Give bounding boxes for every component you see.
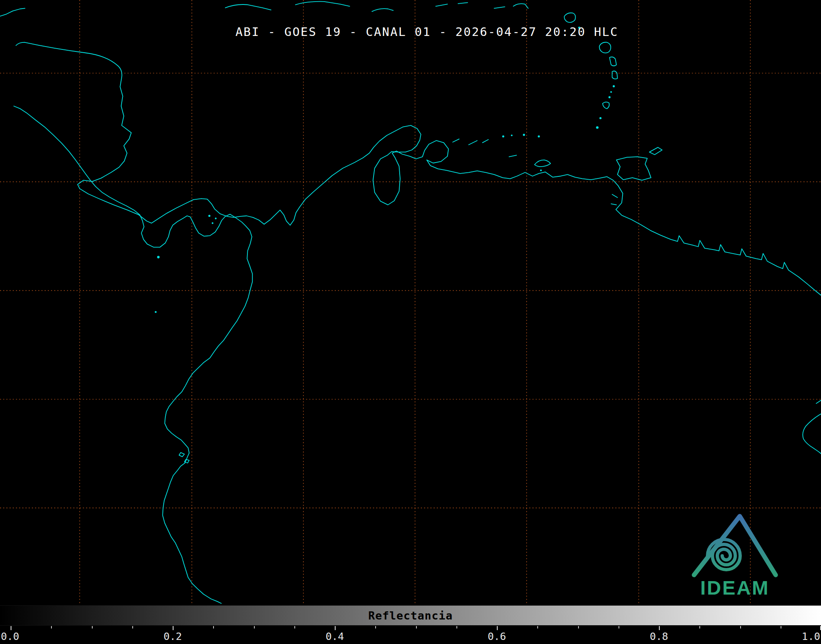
colorbar-tick — [92, 626, 93, 628]
island-curacao — [469, 140, 477, 145]
islets-tumaco — [179, 452, 189, 463]
ideam-logo-icon — [691, 511, 779, 577]
colorbar-gradient: Reflectancia — [0, 605, 821, 626]
colorbar-tick — [537, 626, 538, 628]
island-coiba — [157, 256, 160, 258]
islet-dot — [538, 135, 540, 137]
colorbar-tick — [173, 626, 174, 630]
coastline-top-fragment-3 — [372, 9, 393, 11]
colorbar-tick — [699, 626, 700, 628]
coastline-right-edge-fragment — [803, 400, 821, 454]
colorbar-tick-label: 0.6 — [487, 631, 506, 642]
colorbar-tick — [294, 626, 295, 628]
island-st-vincent — [612, 71, 617, 79]
colorbar-tick — [375, 626, 376, 628]
islet-dot — [523, 134, 525, 136]
coastline-colombia-venezuela-guyana — [264, 125, 821, 295]
coastline-top-fragment-6 — [494, 7, 505, 9]
colorbar-tick — [781, 626, 781, 628]
colorbar-tick-label: 0.4 — [325, 631, 344, 642]
islet-dot — [613, 85, 615, 87]
colorbar-tick-label: 0.2 — [163, 631, 182, 642]
colorbar-tick-label: 0.0 — [1, 631, 19, 642]
orinoco-delta-channels — [611, 194, 618, 205]
island-aruba — [453, 139, 459, 142]
ideam-logo: IDEAM — [691, 511, 779, 598]
islet-dot — [502, 135, 504, 137]
colorbar-tick — [456, 626, 457, 628]
colorbar: Reflectancia 0.00.20.40.60.81.0 — [0, 604, 821, 644]
colorbar-tick-label: 1.0 — [802, 631, 820, 642]
colorbar-tick — [254, 626, 255, 628]
islet-dot — [540, 169, 542, 171]
island-bonaire — [483, 140, 488, 143]
islet-dot — [599, 117, 601, 119]
colorbar-tick — [740, 626, 741, 628]
colorbar-tick — [659, 626, 660, 630]
coastline-central-america-caribbean — [16, 42, 264, 224]
coastline-colombia-ecuador-pacific — [162, 214, 252, 604]
islet-dot — [608, 96, 610, 98]
island-tobago — [650, 147, 662, 155]
island-martinique — [599, 42, 611, 53]
coastline-yucatan-fragment — [0, 8, 25, 16]
island-tortuga — [509, 155, 516, 157]
satellite-image-viewport: ABI - GOES 19 - CANAL 01 - 2026-04-27 20… — [0, 0, 821, 644]
coastline-puerto-rico-fragment — [513, 4, 528, 8]
colorbar-tick — [416, 626, 417, 628]
colorbar-tick — [11, 626, 11, 630]
colorbar-tick — [578, 626, 579, 628]
island-grenada — [603, 102, 609, 109]
island-trinidad — [616, 157, 651, 180]
island-pearl — [208, 215, 210, 217]
map-area: ABI - GOES 19 - CANAL 01 - 2026-04-27 20… — [0, 0, 821, 604]
colorbar-tick — [213, 626, 214, 628]
coastline-central-america-pacific — [14, 106, 230, 247]
colorbar-label: Reflectancia — [368, 609, 453, 622]
island-st-lucia — [610, 57, 616, 66]
island-margarita — [534, 160, 550, 167]
colorbar-tick-label: 0.8 — [650, 631, 668, 642]
islet-dot — [215, 218, 216, 219]
coastline-top-fragment-5 — [458, 2, 467, 4]
coastline-top-fragment-4 — [436, 4, 447, 6]
ideam-logo-text: IDEAM — [691, 578, 779, 598]
islet-dot — [511, 134, 512, 136]
colorbar-axis: 0.00.20.40.60.81.0 — [0, 626, 821, 644]
island-malpelo — [155, 311, 157, 313]
hurricane-swirl-icon — [708, 539, 740, 570]
islet-dot — [596, 126, 599, 129]
coastline-hispaniola-fragment — [225, 4, 271, 10]
islet-dot — [212, 222, 214, 224]
colorbar-tick — [497, 626, 498, 630]
colorbar-tick — [335, 626, 336, 630]
islet-dot — [610, 91, 612, 93]
colorbar-tick — [619, 626, 619, 628]
colorbar-tick — [132, 626, 133, 628]
island-guadeloupe — [564, 13, 575, 22]
colorbar-tick — [51, 626, 52, 628]
image-title: ABI - GOES 19 - CANAL 01 - 2026-04-27 20… — [236, 26, 619, 38]
